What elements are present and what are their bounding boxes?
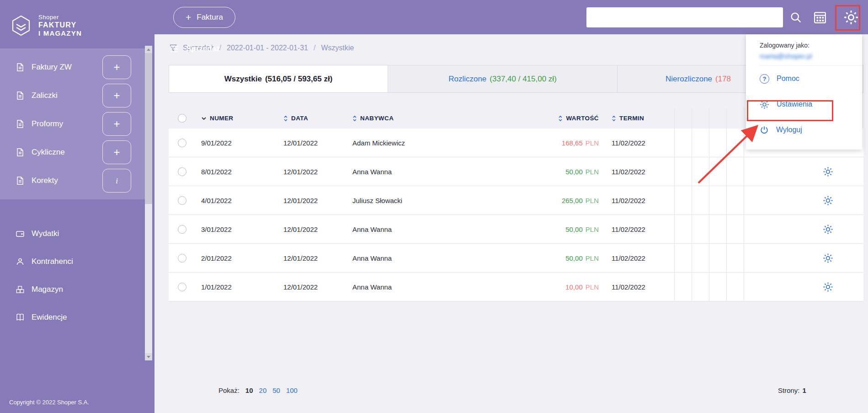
cell-currency: PLN — [586, 139, 599, 147]
menu-item-label: Wyloguj — [776, 126, 802, 134]
app-logo[interactable]: Shoper FAKTURY I MAGAZYN — [0, 0, 154, 42]
row-checkbox[interactable] — [178, 139, 186, 147]
row-checkbox[interactable] — [178, 254, 186, 263]
sidebar-item-label: Korekty — [32, 176, 58, 185]
sort-icon[interactable] — [558, 115, 563, 122]
table-row[interactable]: 4/01/2022 12/01/2022 Juliusz Słowacki 26… — [169, 186, 863, 215]
scroll-down-arrow[interactable] — [145, 353, 152, 360]
column-header-numer[interactable]: NUMER — [210, 115, 234, 122]
search-icon[interactable] — [789, 11, 802, 24]
add-faktura-zw-button[interactable]: + — [102, 55, 131, 79]
sort-icon[interactable] — [612, 115, 616, 122]
cell-data: 12/01/2022 — [279, 157, 352, 186]
page-size-20[interactable]: 20 — [259, 386, 267, 394]
column-header-nabywca[interactable]: NABYWCA — [360, 115, 394, 122]
row-checkbox[interactable] — [178, 283, 186, 291]
row-settings-gear-icon[interactable] — [823, 195, 833, 206]
table-row[interactable]: 2/01/2022 12/01/2022 Anna Wanna 50,00PLN… — [169, 244, 863, 273]
cell-wartosc: 265,00 — [562, 197, 583, 204]
proforma-icon — [16, 119, 25, 129]
tab-label: Wszystkie — [224, 75, 262, 84]
brand-line1: FAKTURY — [38, 21, 82, 29]
select-all-checkbox[interactable] — [178, 114, 186, 123]
add-zaliczka-button[interactable]: + — [102, 84, 131, 107]
search-input[interactable] — [586, 7, 783, 27]
sidebar-item-faktury-zw[interactable]: Faktury ZW + — [0, 53, 145, 81]
calendar-icon[interactable] — [813, 11, 827, 24]
page-size-100[interactable]: 100 — [286, 386, 298, 394]
column-header-data[interactable]: DATA — [291, 115, 308, 122]
column-header-termin[interactable]: TERMIN — [619, 115, 644, 122]
recurring-invoice-icon — [16, 148, 25, 157]
scroll-up-arrow[interactable] — [145, 46, 152, 53]
menu-item-ustawienia[interactable]: Ustawienia — [746, 91, 862, 117]
add-cykliczna-button[interactable]: + — [102, 140, 131, 164]
new-invoice-label: Faktura — [197, 13, 223, 22]
korekty-info-button[interactable]: i — [102, 169, 131, 193]
table-row[interactable]: 1/01/2022 12/01/2022 Anna Wanna 10,00PLN… — [169, 273, 863, 301]
cell-numer: 4/01/2022 — [197, 186, 279, 215]
cell-wartosc: 10,00 — [565, 283, 583, 291]
tab-label: Nierozliczone — [666, 75, 712, 84]
sort-desc-icon[interactable] — [201, 117, 207, 120]
sidebar-item-kontrahenci[interactable]: Kontrahenci — [0, 247, 154, 275]
add-proforma-button[interactable]: + — [102, 112, 131, 136]
cell-currency: PLN — [586, 225, 599, 233]
scrollbar-thumb[interactable] — [145, 53, 152, 204]
cell-nabywca: Adam Mickiewicz — [352, 129, 528, 157]
logged-in-section: Zalogowany jako: marta@shoper.pl — [746, 34, 862, 66]
sidebar: Shoper FAKTURY I MAGAZYN Sprzedaż Faktur — [0, 0, 154, 413]
settings-gear-icon[interactable] — [843, 10, 859, 25]
sidebar-item-zaliczki[interactable]: Zaliczki + — [0, 81, 145, 110]
row-settings-gear-icon[interactable] — [823, 166, 833, 177]
breadcrumb-status[interactable]: Wszystkie — [321, 44, 354, 52]
row-checkbox[interactable] — [178, 167, 186, 176]
row-settings-gear-icon[interactable] — [823, 282, 833, 292]
sidebar-item-magazyn[interactable]: Magazyn — [0, 275, 154, 303]
row-settings-gear-icon[interactable] — [823, 224, 833, 235]
tab-amounts: (178 — [715, 75, 731, 84]
menu-item-label: Pomoc — [777, 75, 799, 83]
tab-wszystkie[interactable]: Wszystkie (516,05 / 593,65 zł) — [169, 65, 388, 93]
row-settings-gear-icon[interactable] — [823, 253, 833, 263]
shoper-hexagon-icon — [10, 15, 32, 37]
cell-wartosc: 50,00 — [565, 254, 583, 262]
invoice-submenu: Faktury ZW + Zaliczki + Proformy + — [0, 48, 145, 199]
cell-termin: 11/02/2022 — [599, 129, 674, 157]
row-checkbox[interactable] — [178, 196, 186, 205]
table-row[interactable]: 8/01/2022 12/01/2022 Anna Wanna 50,00PLN… — [169, 157, 863, 186]
breadcrumb-date-range[interactable]: 2022-01-01 - 2022-01-31 — [227, 44, 308, 52]
cell-currency: PLN — [586, 197, 599, 204]
sidebar-item-sprzedaz[interactable]: Sprzedaż — [154, 38, 170, 60]
menu-item-label: Ustawienia — [777, 100, 812, 108]
cell-numer: 9/01/2022 — [197, 129, 279, 157]
sidebar-item-korekty[interactable]: Korekty i — [0, 166, 145, 195]
tab-amounts: (337,40 / 415,00 zł) — [490, 75, 556, 84]
new-invoice-button[interactable]: + Faktura — [173, 7, 235, 28]
menu-item-wyloguj[interactable]: Wyloguj — [746, 117, 862, 143]
sort-icon[interactable] — [283, 115, 288, 122]
user-email: marta@shoper.pl — [760, 52, 862, 60]
sidebar-item-wydatki[interactable]: Wydatki — [0, 220, 154, 247]
tab-amounts: (516,05 / 593,65 zł) — [265, 75, 332, 84]
sidebar-item-proformy[interactable]: Proformy + — [0, 110, 145, 138]
brand-line2: I MAGAZYN — [38, 29, 82, 37]
table-row[interactable]: 3/01/2022 12/01/2022 Anna Wanna 50,00PLN… — [169, 215, 863, 244]
cell-data: 12/01/2022 — [279, 215, 352, 243]
cell-data: 12/01/2022 — [279, 273, 352, 301]
row-checkbox[interactable] — [178, 225, 186, 234]
cell-nabywca: Anna Wanna — [352, 244, 528, 272]
tab-rozliczone[interactable]: Rozliczone (337,40 / 415,00 zł) — [388, 65, 618, 93]
sort-icon[interactable] — [352, 115, 357, 122]
column-header-wartosc[interactable]: WARTOŚĆ — [566, 115, 599, 122]
page-size-50[interactable]: 50 — [272, 386, 280, 394]
cell-data: 12/01/2022 — [279, 244, 352, 272]
menu-item-pomoc[interactable]: ? Pomoc — [746, 66, 862, 91]
breadcrumb-separator: / — [314, 44, 315, 52]
sidebar-item-cykliczne[interactable]: Cykliczne + — [0, 138, 145, 166]
sidebar-item-ewidencje[interactable]: Ewidencje — [0, 303, 154, 331]
page-size-10[interactable]: 10 — [245, 386, 253, 394]
sidebar-scrollbar[interactable] — [145, 46, 152, 360]
sidebar-item-label: Wydatki — [32, 229, 59, 238]
user-dropdown-menu: Zalogowany jako: marta@shoper.pl ? Pomoc… — [746, 34, 862, 150]
